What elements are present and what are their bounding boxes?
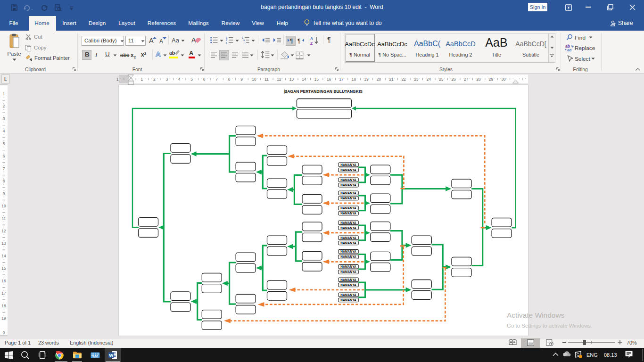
svg-text:8: 8: [228, 77, 231, 82]
svg-text:NAMANYA: NAMANYA: [340, 241, 356, 245]
svg-text:28: 28: [476, 77, 481, 82]
svg-text:15: 15: [1, 266, 6, 271]
svg-text:16: 16: [1, 279, 6, 283]
svg-text:16: 16: [327, 77, 331, 82]
svg-text:6: 6: [3, 154, 5, 158]
svg-text:NAMANYA: NAMANYA: [340, 197, 356, 200]
svg-text:ac: ac: [567, 48, 572, 52]
svg-text:BAGAN PERTANDINGAN BULUTANGKIS: BAGAN PERTANDINGAN BULUTANGKIS: [284, 89, 363, 94]
svg-text:30: 30: [501, 77, 506, 82]
svg-text:1: 1: [3, 91, 5, 96]
svg-text:Z: Z: [310, 41, 313, 45]
svg-text:26: 26: [451, 77, 456, 82]
svg-text:NAMANYA: NAMANYA: [340, 191, 356, 195]
svg-text:19: 19: [1, 316, 6, 321]
svg-text:12: 12: [1, 229, 6, 233]
svg-text:5: 5: [190, 77, 193, 82]
svg-text:18: 18: [1, 304, 6, 308]
svg-text:NAMANYA: NAMANYA: [340, 293, 356, 296]
svg-text:1: 1: [141, 77, 143, 82]
svg-text:6: 6: [203, 77, 206, 82]
svg-text:NAMANYA: NAMANYA: [340, 298, 356, 302]
svg-text:27: 27: [464, 77, 469, 82]
svg-text:9: 9: [3, 191, 5, 196]
svg-text:NAMANYA: NAMANYA: [340, 226, 356, 230]
svg-text:4: 4: [3, 129, 5, 133]
svg-text:NAMANYA: NAMANYA: [340, 221, 356, 224]
svg-text:9: 9: [240, 77, 243, 82]
svg-text:11: 11: [264, 77, 269, 82]
svg-text:3: 3: [165, 77, 168, 82]
svg-text:NAMANYA: NAMANYA: [340, 163, 356, 166]
svg-text:13: 13: [289, 77, 294, 82]
svg-text:11: 11: [2, 216, 6, 221]
svg-text:i: i: [245, 41, 245, 44]
svg-text:20: 20: [377, 77, 381, 82]
svg-text:18: 18: [352, 77, 356, 82]
svg-text:19: 19: [364, 77, 369, 82]
svg-text:13: 13: [1, 241, 6, 246]
svg-text:5: 5: [3, 141, 5, 146]
svg-text:7: 7: [215, 77, 218, 82]
svg-text:29: 29: [489, 77, 494, 82]
svg-text:3: 3: [226, 41, 227, 44]
svg-text:1: 1: [116, 77, 119, 82]
svg-text:15: 15: [314, 77, 319, 82]
svg-text:25: 25: [439, 77, 444, 82]
svg-text:NAMANYA: NAMANYA: [340, 206, 356, 210]
svg-text:14: 14: [302, 77, 306, 82]
svg-text:¶: ¶: [290, 38, 293, 44]
svg-text:0: 0: [3, 330, 5, 335]
svg-text:NAMANYA: NAMANYA: [340, 168, 356, 172]
svg-text:NAMANYA: NAMANYA: [340, 278, 356, 281]
svg-text:4: 4: [178, 77, 181, 82]
svg-text:17: 17: [339, 77, 344, 82]
svg-text:10: 10: [1, 204, 6, 208]
svg-text:24: 24: [427, 77, 431, 82]
svg-text:12: 12: [277, 77, 281, 82]
svg-text:2: 2: [153, 77, 156, 82]
svg-text:NAMANYA: NAMANYA: [340, 255, 356, 258]
svg-text:22: 22: [402, 77, 406, 82]
svg-text:8: 8: [3, 179, 5, 183]
svg-text:2: 2: [3, 104, 5, 108]
svg-text:NAMANYA: NAMANYA: [340, 265, 356, 268]
svg-text:23: 23: [414, 77, 419, 82]
svg-text:NAMANYA: NAMANYA: [340, 250, 356, 253]
svg-text:NAMANYA: NAMANYA: [340, 178, 356, 181]
svg-text:NAMANYA: NAMANYA: [340, 212, 356, 215]
svg-text:NAMANYA: NAMANYA: [340, 270, 356, 273]
svg-text:14: 14: [1, 254, 6, 258]
svg-text:7: 7: [3, 166, 5, 171]
svg-text:3: 3: [3, 116, 5, 121]
svg-text:W: W: [109, 353, 113, 358]
svg-text:A: A: [310, 36, 313, 41]
svg-text:NAMANYA: NAMANYA: [340, 183, 356, 187]
svg-text:¶: ¶: [297, 38, 300, 44]
svg-text:L: L: [4, 77, 7, 82]
svg-text:21: 21: [389, 77, 394, 82]
svg-text:NAMANYA: NAMANYA: [340, 283, 356, 287]
svg-text:NAMANYA: NAMANYA: [340, 236, 356, 239]
svg-text:17: 17: [1, 291, 6, 296]
svg-text:10: 10: [252, 77, 256, 82]
